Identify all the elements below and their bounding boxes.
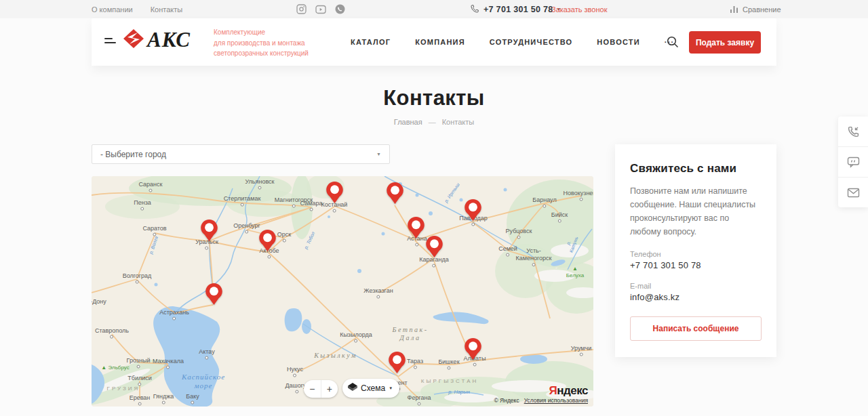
layers-icon	[348, 383, 357, 394]
contact-card: Свяжитесь с нами Позвоните нам или напиш…	[615, 144, 776, 357]
yandex-logo[interactable]: Яндекс	[494, 385, 588, 396]
phone-label: Телефон	[630, 250, 762, 258]
contact-dock	[838, 117, 868, 207]
map-attribution: Яндекс © ЯндексУсловия использования	[494, 385, 588, 404]
map-pin-8[interactable]	[388, 351, 406, 374]
youtube-icon[interactable]	[315, 5, 326, 14]
chat-icon[interactable]	[838, 146, 868, 177]
topbar-link-0[interactable]: О компании	[92, 5, 133, 14]
header: АКС Комплектующие для производства и мон…	[92, 18, 776, 66]
zoom-in-button[interactable]: +	[321, 380, 338, 398]
page-title: Контакты	[0, 86, 868, 110]
nav-item-1[interactable]: КОМПАНИЯ	[415, 38, 465, 46]
map-zoom-control: − +	[304, 380, 338, 398]
topbar-phone[interactable]: +7 701 301 50 78 ▼	[471, 0, 561, 18]
map-layer-button[interactable]: Схема ▼	[342, 379, 399, 398]
map-pin-3[interactable]	[386, 182, 404, 205]
nav-item-2[interactable]: СОТРУДНИЧЕСТВО	[490, 38, 573, 46]
nav-item-3[interactable]: НОВОСТИ	[597, 38, 639, 46]
breadcrumb-home[interactable]: Главная	[394, 118, 422, 126]
compare-link[interactable]: Сравнение	[730, 0, 781, 18]
yandex-map[interactable]: СаранскУльяновскПензаСамараСтерлитамакМа…	[92, 176, 593, 407]
logo-text: АКС	[147, 28, 191, 52]
whatsapp-icon[interactable]	[335, 4, 345, 14]
write-message-button[interactable]: Написать сообщение	[630, 316, 762, 341]
email-label: E-mail	[630, 282, 762, 290]
map-pin-1[interactable]	[258, 229, 277, 252]
email-value[interactable]: info@aks.kz	[630, 292, 762, 302]
breadcrumb-current: Контакты	[442, 118, 475, 126]
map-pin-4[interactable]	[407, 216, 425, 239]
logo[interactable]: АКС	[123, 28, 191, 52]
map-artwork	[92, 176, 593, 407]
topbar-link-1[interactable]: Контакты	[151, 5, 183, 14]
bar-chart-icon	[730, 5, 738, 14]
phone-icon	[471, 5, 479, 14]
menu-burger-icon[interactable]	[104, 38, 116, 46]
map-pin-5[interactable]	[464, 199, 482, 222]
phone-value[interactable]: +7 701 301 50 78	[630, 260, 762, 270]
mail-icon[interactable]	[838, 177, 868, 207]
compare-label: Сравнение	[743, 5, 781, 14]
order-call-link[interactable]: Заказать звонок	[551, 0, 607, 18]
map-pin-6[interactable]	[425, 235, 443, 258]
logo-mark-icon	[123, 28, 144, 51]
map-pin-7[interactable]	[205, 283, 223, 306]
submit-request-button[interactable]: Подать заявку	[689, 31, 761, 54]
map-pin-9[interactable]	[464, 337, 482, 360]
city-select-value: - Выберите город	[100, 150, 166, 159]
contact-card-text: Позвоните нам или напишите сообщение. На…	[630, 184, 762, 238]
map-copyright: © Яндекс	[494, 397, 519, 404]
topbar-links: О компанииКонтакты	[92, 0, 182, 18]
city-select[interactable]: - Выберите город ▼	[92, 144, 390, 164]
search-icon[interactable]	[667, 36, 679, 51]
header-tagline: Комплектующие для производства и монтажа…	[214, 27, 309, 59]
breadcrumb: Главная—Контакты	[0, 118, 868, 126]
map-pin-2[interactable]	[326, 181, 344, 204]
topbar: О компанииКонтакты +7 701 301 50 78 ▼ За…	[0, 0, 868, 18]
zoom-out-button[interactable]: −	[304, 380, 321, 398]
chevron-down-icon: ▼	[376, 152, 381, 157]
callback-icon[interactable]	[838, 117, 868, 146]
instagram-icon[interactable]	[296, 4, 307, 14]
nav-item-0[interactable]: КАТАЛОГ	[351, 38, 391, 46]
main-nav: КАТАЛОГКОМПАНИЯСОТРУДНИЧЕСТВОНОВОСТИ···	[351, 18, 674, 66]
map-terms-link[interactable]: Условия использования	[524, 397, 588, 404]
topbar-social	[296, 0, 345, 18]
topbar-phone-number[interactable]: +7 701 301 50 78	[484, 5, 553, 14]
contact-card-title: Свяжитесь с нами	[630, 162, 762, 175]
map-layer-label: Схема	[361, 383, 385, 393]
map-pin-0[interactable]	[200, 219, 218, 242]
